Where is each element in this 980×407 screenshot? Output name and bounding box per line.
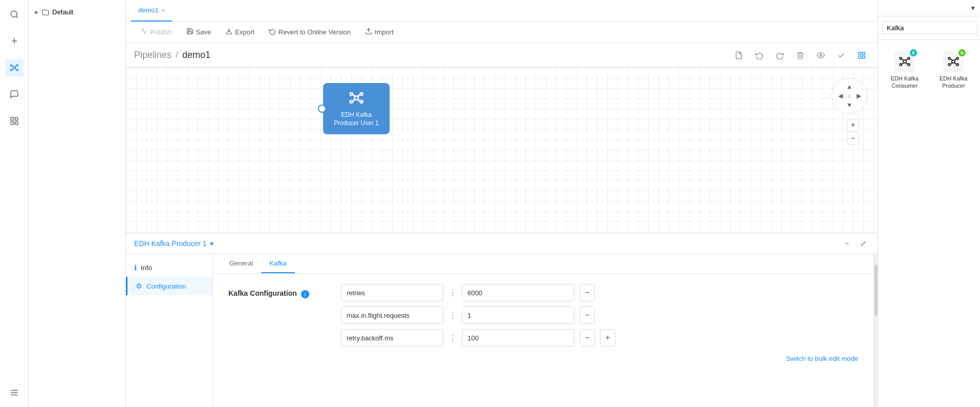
compass-down[interactable]: ▼: [846, 101, 853, 109]
config-row-max-in-flight: ⋮ −: [341, 307, 858, 324]
nav-search-icon[interactable]: [5, 5, 24, 24]
svg-line-52: [950, 63, 952, 65]
canvas-grid-button[interactable]: [854, 48, 869, 63]
panel-content: Kafka Configuration i ⋮ −: [213, 274, 874, 407]
svg-line-12: [15, 69, 16, 70]
svg-point-28: [350, 93, 353, 95]
component-item-edh-kafka-producer[interactable]: D EDH Kafka Producer: [931, 46, 976, 94]
nav-messages-icon[interactable]: [5, 85, 24, 104]
panel-sidebar-item-info[interactable]: ℹ Info: [126, 258, 212, 277]
panel-sidebar-item-config[interactable]: ⚙ Configuration: [126, 277, 212, 295]
svg-line-32: [353, 94, 355, 97]
nav-pipeline-icon[interactable]: [5, 58, 24, 77]
tab-close-button[interactable]: ×: [162, 7, 165, 13]
component-icon-wrap-producer: D: [942, 50, 965, 73]
export-button[interactable]: Export: [219, 25, 261, 39]
canvas-redo-button[interactable]: [772, 48, 787, 63]
panel-tabs: General Kafka: [213, 254, 874, 274]
pipeline-node-edh-kafka-producer[interactable]: EDH Kafka Producer User 1: [323, 83, 390, 134]
canvas-wrapper: EDH Kafka Producer User 1 ▲ ◀ ⌂ ▶ ▼: [126, 68, 878, 407]
panel-sidebar: ℹ Info ⚙ Configuration: [126, 254, 213, 407]
revert-button[interactable]: Revert to Online Version: [263, 25, 357, 39]
config-add-row-button[interactable]: +: [600, 329, 615, 347]
canvas-preview-button[interactable]: [813, 48, 828, 63]
svg-point-6: [16, 65, 18, 66]
node-box[interactable]: EDH Kafka Producer User 1: [323, 83, 390, 134]
config-row-menu-max-in-flight[interactable]: ⋮: [449, 311, 457, 320]
svg-point-39: [900, 64, 902, 66]
bulk-edit-link[interactable]: Switch to bulk edit mode: [341, 352, 858, 365]
breadcrumb-separator: /: [176, 50, 178, 60]
config-remove-retries-button[interactable]: −: [580, 284, 595, 301]
import-button[interactable]: Import: [359, 25, 400, 39]
tab-demo1[interactable]: demo1 ×: [131, 0, 172, 22]
bottom-panel: EDH Kafka Producer 1 ▾ − ⤢ ℹ Info ⚙: [126, 233, 878, 407]
nav-add-icon[interactable]: [5, 32, 24, 50]
compass-home[interactable]: ⌂: [847, 92, 851, 99]
zoom-in-button[interactable]: +: [847, 119, 859, 131]
config-remove-max-in-flight-button[interactable]: −: [580, 307, 595, 324]
svg-line-50: [950, 58, 952, 60]
save-button[interactable]: Save: [180, 25, 218, 39]
svg-rect-23: [859, 52, 861, 55]
bottom-panel-title[interactable]: EDH Kafka Producer 1 ▾: [134, 239, 214, 248]
node-icon: [328, 90, 385, 109]
svg-point-5: [10, 65, 12, 66]
svg-line-33: [358, 94, 360, 97]
file-tree-root[interactable]: ▶ Default: [33, 5, 121, 19]
scrollbar-thumb[interactable]: [875, 264, 878, 316]
svg-point-38: [908, 57, 910, 59]
toolbar: Publish Save Export Revert to Online Ver…: [126, 22, 878, 43]
canvas-area[interactable]: EDH Kafka Producer User 1 ▲ ◀ ⌂ ▶ ▼: [126, 68, 878, 233]
tab-kafka[interactable]: Kafka: [261, 254, 294, 273]
panel-expand-button[interactable]: ⤢: [857, 237, 869, 250]
bottom-panel-actions: − ⤢: [841, 237, 869, 250]
config-key-retry-backoff[interactable]: [341, 329, 443, 347]
node-connector[interactable]: [318, 105, 326, 113]
config-val-retries[interactable]: [462, 284, 574, 301]
tab-general[interactable]: General: [221, 254, 261, 273]
canvas-notes-button[interactable]: [731, 48, 747, 63]
svg-line-41: [902, 58, 904, 60]
config-row-menu-retries[interactable]: ⋮: [449, 288, 457, 298]
component-item-edh-kafka-consumer[interactable]: 0 EDH Kafka Consumer: [882, 46, 927, 94]
config-val-max-in-flight[interactable]: [462, 307, 574, 324]
config-key-max-in-flight[interactable]: [341, 307, 443, 324]
breadcrumb-parent[interactable]: Pipelines: [134, 50, 172, 60]
canvas-delete-button[interactable]: [793, 48, 808, 63]
nav-components-icon[interactable]: [5, 112, 24, 130]
canvas-validate-button[interactable]: [834, 48, 849, 63]
breadcrumb-current: demo1: [182, 50, 210, 60]
revert-icon: [269, 28, 276, 36]
svg-line-43: [902, 63, 904, 65]
panel-scrollbar[interactable]: [874, 254, 878, 407]
bottom-panel-dropdown-arrow[interactable]: ▾: [210, 239, 214, 248]
component-icon-wrap-consumer: 0: [893, 50, 916, 73]
zoom-out-button[interactable]: −: [847, 132, 859, 145]
publish-button[interactable]: Publish: [134, 25, 178, 39]
svg-point-48: [948, 64, 950, 66]
config-val-retry-backoff[interactable]: [462, 329, 574, 347]
compass-up[interactable]: ▲: [846, 83, 853, 90]
publish-icon: [140, 28, 147, 36]
config-row-menu-retry-backoff[interactable]: ⋮: [449, 333, 457, 343]
svg-rect-14: [15, 117, 17, 120]
bottom-panel-header: EDH Kafka Producer 1 ▾ − ⤢: [126, 233, 878, 254]
canvas-undo-button[interactable]: [752, 48, 767, 63]
right-panel-search: ✕: [878, 16, 980, 40]
svg-rect-25: [859, 56, 861, 58]
config-row-retries: ⋮ −: [341, 284, 858, 301]
right-panel-category-dropdown[interactable]: ▾: [878, 0, 980, 16]
compass-left[interactable]: ◀: [838, 92, 843, 99]
svg-point-46: [948, 57, 950, 59]
kafka-config-info-icon[interactable]: i: [301, 290, 309, 298]
panel-minimize-button[interactable]: −: [841, 237, 853, 250]
bottom-panel-body: ℹ Info ⚙ Configuration General: [126, 254, 878, 407]
component-grid: 0 EDH Kafka Consumer: [878, 40, 980, 100]
compass-right[interactable]: ▶: [857, 92, 861, 99]
svg-point-37: [900, 57, 902, 59]
config-key-retries[interactable]: [341, 284, 443, 301]
nav-logs-icon[interactable]: [5, 383, 24, 402]
component-search-input[interactable]: [882, 22, 977, 34]
config-remove-retry-backoff-button[interactable]: −: [580, 329, 595, 347]
